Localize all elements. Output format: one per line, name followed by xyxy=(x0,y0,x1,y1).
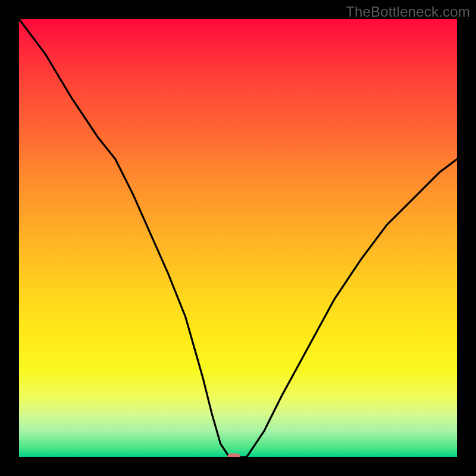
chart-frame: TheBottleneck.com xyxy=(0,0,476,476)
bottleneck-curve xyxy=(19,19,457,457)
watermark-text: TheBottleneck.com xyxy=(346,4,470,20)
plot-area xyxy=(19,19,457,457)
optimum-marker xyxy=(227,453,240,457)
